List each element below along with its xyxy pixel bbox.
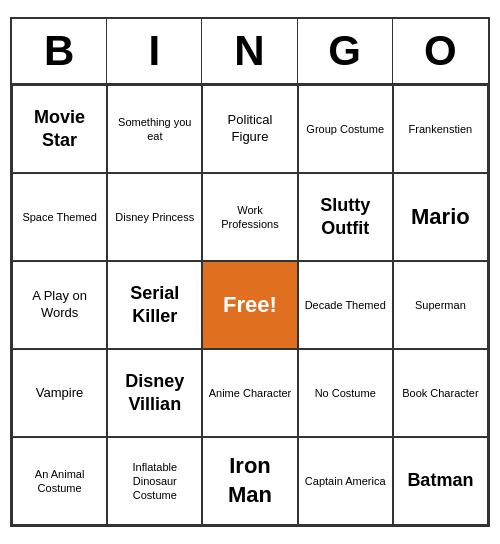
bingo-cell-11: Serial Killer bbox=[107, 261, 202, 349]
bingo-cell-2: Political Figure bbox=[202, 85, 297, 173]
bingo-letter-g: G bbox=[298, 19, 393, 83]
bingo-cell-1: Something you eat bbox=[107, 85, 202, 173]
bingo-cell-21: Inflatable Dinosaur Costume bbox=[107, 437, 202, 525]
bingo-letter-o: O bbox=[393, 19, 488, 83]
bingo-cell-17: Anime Character bbox=[202, 349, 297, 437]
bingo-letter-b: B bbox=[12, 19, 107, 83]
bingo-cell-9: Mario bbox=[393, 173, 488, 261]
bingo-cell-3: Group Costume bbox=[298, 85, 393, 173]
bingo-cell-22: Iron Man bbox=[202, 437, 297, 525]
bingo-cell-18: No Costume bbox=[298, 349, 393, 437]
bingo-cell-7: Work Professions bbox=[202, 173, 297, 261]
bingo-cell-12: Free! bbox=[202, 261, 297, 349]
bingo-cell-16: Disney Villian bbox=[107, 349, 202, 437]
bingo-letter-i: I bbox=[107, 19, 202, 83]
bingo-cell-10: A Play on Words bbox=[12, 261, 107, 349]
bingo-cell-14: Superman bbox=[393, 261, 488, 349]
bingo-cell-4: Frankenstien bbox=[393, 85, 488, 173]
bingo-letter-n: N bbox=[202, 19, 297, 83]
bingo-cell-24: Batman bbox=[393, 437, 488, 525]
bingo-cell-23: Captain America bbox=[298, 437, 393, 525]
bingo-grid: Movie StarSomething you eatPolitical Fig… bbox=[12, 85, 488, 525]
bingo-card: BINGO Movie StarSomething you eatPolitic… bbox=[10, 17, 490, 527]
bingo-cell-6: Disney Princess bbox=[107, 173, 202, 261]
bingo-cell-15: Vampire bbox=[12, 349, 107, 437]
bingo-header: BINGO bbox=[12, 19, 488, 85]
bingo-cell-20: An Animal Costume bbox=[12, 437, 107, 525]
bingo-cell-0: Movie Star bbox=[12, 85, 107, 173]
bingo-cell-5: Space Themed bbox=[12, 173, 107, 261]
bingo-cell-19: Book Character bbox=[393, 349, 488, 437]
bingo-cell-8: Slutty Outfit bbox=[298, 173, 393, 261]
bingo-cell-13: Decade Themed bbox=[298, 261, 393, 349]
